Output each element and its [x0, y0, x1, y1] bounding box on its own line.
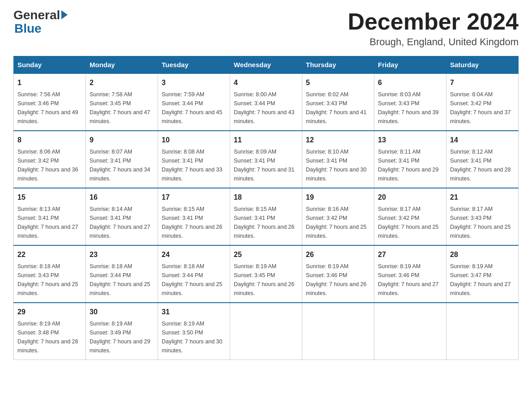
day-info: Sunrise: 7:58 AM Sunset: 3:45 PM Dayligh…: [90, 90, 154, 126]
day-number: 11: [234, 135, 298, 146]
day-number: 14: [450, 135, 515, 146]
day-info: Sunrise: 8:03 AM Sunset: 3:43 PM Dayligh…: [378, 90, 442, 126]
table-row: [302, 303, 374, 360]
day-number: 9: [90, 135, 154, 146]
col-friday: Friday: [374, 56, 446, 74]
location-title: Brough, England, United Kingdom: [348, 36, 519, 48]
table-row: 20 Sunrise: 8:17 AM Sunset: 3:42 PM Dayl…: [374, 188, 446, 245]
table-row: 2 Sunrise: 7:58 AM Sunset: 3:45 PM Dayli…: [86, 73, 158, 131]
table-row: 16 Sunrise: 8:14 AM Sunset: 3:41 PM Dayl…: [86, 188, 158, 245]
table-row: [374, 303, 446, 360]
table-row: 27 Sunrise: 8:19 AM Sunset: 3:46 PM Dayl…: [374, 245, 446, 303]
page-header: General Blue December 2024 Brough, Engla…: [13, 9, 519, 48]
col-wednesday: Wednesday: [230, 56, 302, 74]
col-saturday: Saturday: [446, 56, 519, 74]
table-row: 12 Sunrise: 8:10 AM Sunset: 3:41 PM Dayl…: [302, 131, 374, 188]
logo-general-text: General: [13, 9, 68, 21]
calendar-header-row: Sunday Monday Tuesday Wednesday Thursday…: [14, 56, 519, 74]
table-row: 4 Sunrise: 8:00 AM Sunset: 3:44 PM Dayli…: [230, 73, 302, 131]
day-info: Sunrise: 8:15 AM Sunset: 3:41 PM Dayligh…: [162, 205, 226, 240]
day-info: Sunrise: 8:19 AM Sunset: 3:47 PM Dayligh…: [450, 262, 515, 298]
col-tuesday: Tuesday: [158, 56, 230, 74]
table-row: 19 Sunrise: 8:16 AM Sunset: 3:42 PM Dayl…: [302, 188, 374, 245]
day-info: Sunrise: 8:11 AM Sunset: 3:41 PM Dayligh…: [378, 147, 442, 183]
table-row: 1 Sunrise: 7:56 AM Sunset: 3:46 PM Dayli…: [14, 73, 86, 131]
day-number: 20: [378, 192, 442, 203]
day-number: 3: [162, 77, 226, 88]
table-row: 3 Sunrise: 7:59 AM Sunset: 3:44 PM Dayli…: [158, 73, 230, 131]
day-info: Sunrise: 7:56 AM Sunset: 3:46 PM Dayligh…: [17, 90, 82, 126]
table-row: 9 Sunrise: 8:07 AM Sunset: 3:41 PM Dayli…: [86, 131, 158, 188]
day-number: 19: [306, 192, 370, 203]
day-info: Sunrise: 8:00 AM Sunset: 3:44 PM Dayligh…: [234, 90, 298, 126]
day-info: Sunrise: 8:04 AM Sunset: 3:42 PM Dayligh…: [450, 90, 515, 126]
col-thursday: Thursday: [302, 56, 374, 74]
day-number: 2: [90, 77, 154, 88]
day-number: 25: [234, 249, 298, 260]
table-row: 18 Sunrise: 8:15 AM Sunset: 3:41 PM Dayl…: [230, 188, 302, 245]
day-info: Sunrise: 8:18 AM Sunset: 3:44 PM Dayligh…: [162, 262, 226, 298]
day-info: Sunrise: 8:09 AM Sunset: 3:41 PM Dayligh…: [234, 147, 298, 183]
day-info: Sunrise: 8:12 AM Sunset: 3:41 PM Dayligh…: [450, 147, 515, 183]
calendar-week-4: 22 Sunrise: 8:18 AM Sunset: 3:43 PM Dayl…: [14, 245, 519, 303]
calendar-week-3: 15 Sunrise: 8:13 AM Sunset: 3:41 PM Dayl…: [14, 188, 519, 245]
day-info: Sunrise: 8:19 AM Sunset: 3:50 PM Dayligh…: [162, 319, 226, 355]
day-info: Sunrise: 8:19 AM Sunset: 3:46 PM Dayligh…: [306, 262, 370, 298]
day-number: 12: [306, 135, 370, 146]
day-number: 30: [90, 307, 154, 317]
day-info: Sunrise: 8:15 AM Sunset: 3:41 PM Dayligh…: [234, 205, 298, 240]
table-row: 13 Sunrise: 8:11 AM Sunset: 3:41 PM Dayl…: [374, 131, 446, 188]
logo-blue-text: Blue: [14, 22, 42, 35]
day-number: 18: [234, 192, 298, 203]
logo: General Blue: [13, 9, 68, 35]
day-number: 7: [450, 77, 515, 88]
table-row: 23 Sunrise: 8:18 AM Sunset: 3:44 PM Dayl…: [86, 245, 158, 303]
day-number: 28: [450, 249, 515, 260]
day-number: 24: [162, 249, 226, 260]
col-sunday: Sunday: [14, 56, 86, 74]
day-info: Sunrise: 8:07 AM Sunset: 3:41 PM Dayligh…: [90, 147, 154, 183]
table-row: 29 Sunrise: 8:19 AM Sunset: 3:48 PM Dayl…: [14, 303, 86, 360]
table-row: 22 Sunrise: 8:18 AM Sunset: 3:43 PM Dayl…: [14, 245, 86, 303]
day-info: Sunrise: 8:08 AM Sunset: 3:41 PM Dayligh…: [162, 147, 226, 183]
table-row: 6 Sunrise: 8:03 AM Sunset: 3:43 PM Dayli…: [374, 73, 446, 131]
table-row: 10 Sunrise: 8:08 AM Sunset: 3:41 PM Dayl…: [158, 131, 230, 188]
month-title: December 2024: [348, 9, 519, 34]
table-row: 5 Sunrise: 8:02 AM Sunset: 3:43 PM Dayli…: [302, 73, 374, 131]
day-info: Sunrise: 8:19 AM Sunset: 3:49 PM Dayligh…: [90, 319, 154, 355]
day-number: 4: [234, 77, 298, 88]
table-row: 11 Sunrise: 8:09 AM Sunset: 3:41 PM Dayl…: [230, 131, 302, 188]
day-info: Sunrise: 8:19 AM Sunset: 3:46 PM Dayligh…: [378, 262, 442, 298]
day-info: Sunrise: 7:59 AM Sunset: 3:44 PM Dayligh…: [162, 90, 226, 126]
day-info: Sunrise: 8:06 AM Sunset: 3:42 PM Dayligh…: [17, 147, 82, 183]
day-info: Sunrise: 8:19 AM Sunset: 3:48 PM Dayligh…: [17, 319, 82, 355]
day-number: 27: [378, 249, 442, 260]
day-info: Sunrise: 8:10 AM Sunset: 3:41 PM Dayligh…: [306, 147, 370, 183]
day-number: 1: [17, 77, 82, 88]
day-number: 10: [162, 135, 226, 146]
col-monday: Monday: [86, 56, 158, 74]
calendar-week-1: 1 Sunrise: 7:56 AM Sunset: 3:46 PM Dayli…: [14, 73, 519, 131]
day-number: 21: [450, 192, 515, 203]
day-number: 6: [378, 77, 442, 88]
table-row: 21 Sunrise: 8:17 AM Sunset: 3:43 PM Dayl…: [446, 188, 519, 245]
table-row: 14 Sunrise: 8:12 AM Sunset: 3:41 PM Dayl…: [446, 131, 519, 188]
day-number: 22: [17, 249, 82, 260]
day-number: 17: [162, 192, 226, 203]
day-number: 8: [17, 135, 82, 146]
table-row: 7 Sunrise: 8:04 AM Sunset: 3:42 PM Dayli…: [446, 73, 519, 131]
calendar-week-5: 29 Sunrise: 8:19 AM Sunset: 3:48 PM Dayl…: [14, 303, 519, 360]
title-section: December 2024 Brough, England, United Ki…: [348, 9, 519, 48]
day-info: Sunrise: 8:17 AM Sunset: 3:42 PM Dayligh…: [378, 205, 442, 240]
day-number: 16: [90, 192, 154, 203]
logo-arrow-icon: [61, 10, 68, 19]
table-row: [446, 303, 519, 360]
day-info: Sunrise: 8:02 AM Sunset: 3:43 PM Dayligh…: [306, 90, 370, 126]
day-info: Sunrise: 8:16 AM Sunset: 3:42 PM Dayligh…: [306, 205, 370, 240]
day-number: 29: [17, 307, 82, 317]
day-number: 23: [90, 249, 154, 260]
day-number: 5: [306, 77, 370, 88]
day-number: 13: [378, 135, 442, 146]
table-row: 17 Sunrise: 8:15 AM Sunset: 3:41 PM Dayl…: [158, 188, 230, 245]
day-info: Sunrise: 8:18 AM Sunset: 3:44 PM Dayligh…: [90, 262, 154, 298]
